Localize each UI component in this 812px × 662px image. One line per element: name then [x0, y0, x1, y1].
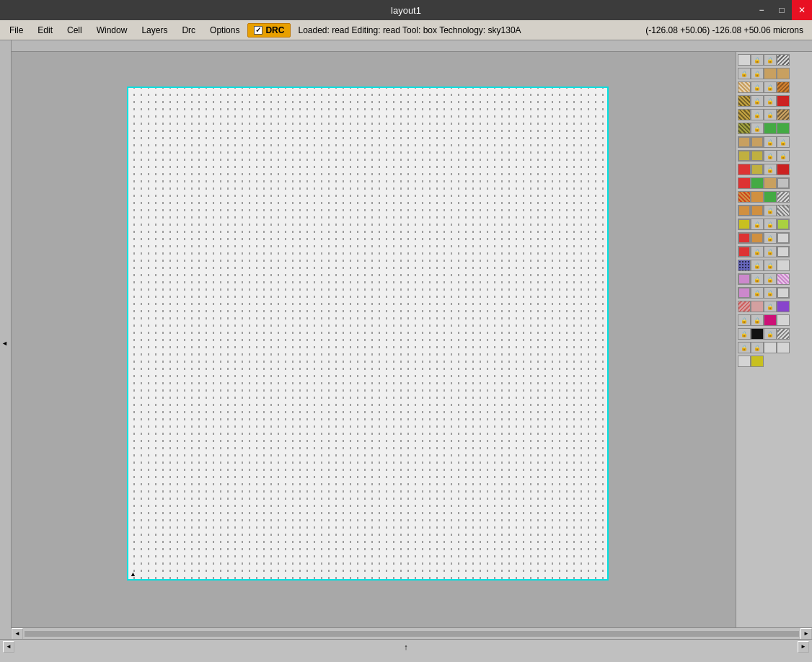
- scroll-track-h[interactable]: [25, 631, 799, 637]
- layer-swatch[interactable]: [777, 177, 790, 189]
- layer-swatch[interactable]: [777, 109, 790, 120]
- layer-swatch[interactable]: [751, 205, 764, 216]
- layer-lock[interactable]: 🔒: [764, 205, 777, 216]
- layer-swatch[interactable]: [738, 273, 751, 285]
- layer-lock[interactable]: 🔒: [751, 123, 764, 134]
- layer-lock[interactable]: 🔒: [764, 109, 777, 120]
- layer-lock[interactable]: 🔒: [764, 232, 777, 244]
- scroll-right-button[interactable]: ►: [800, 628, 812, 640]
- layer-lock[interactable]: 🔒: [751, 219, 764, 230]
- layer-swatch[interactable]: [777, 260, 790, 271]
- layer-swatch[interactable]: [764, 123, 777, 134]
- layer-swatch[interactable]: [738, 260, 751, 271]
- layer-swatch[interactable]: [764, 314, 777, 326]
- layer-swatch[interactable]: [738, 246, 751, 257]
- menu-window[interactable]: Window: [90, 22, 134, 38]
- layer-swatch[interactable]: [751, 356, 764, 367]
- layer-lock[interactable]: 🔒: [764, 301, 777, 312]
- layer-lock[interactable]: 🔒: [764, 219, 777, 230]
- layer-lock[interactable]: 🔒: [751, 109, 764, 120]
- layer-swatch[interactable]: [738, 81, 751, 93]
- layer-lock[interactable]: 🔒: [738, 328, 751, 340]
- layer-swatch[interactable]: [751, 150, 764, 162]
- drc-checkbox[interactable]: ✓: [254, 26, 262, 35]
- layer-lock[interactable]: 🔒: [764, 136, 777, 148]
- layer-lock[interactable]: 🔒: [764, 273, 777, 285]
- layout-canvas[interactable]: ▲: [127, 87, 609, 581]
- layer-swatch[interactable]: [777, 273, 790, 285]
- scroll-up-corner[interactable]: ◄: [3, 641, 14, 653]
- layer-lock[interactable]: 🔒: [777, 136, 790, 148]
- drawing-area[interactable]: ▲: [12, 52, 736, 627]
- layer-swatch[interactable]: [738, 232, 751, 244]
- layer-swatch[interactable]: [751, 232, 764, 244]
- layer-lock[interactable]: 🔒: [751, 81, 764, 93]
- layer-lock[interactable]: 🔒: [764, 328, 777, 340]
- layer-lock[interactable]: 🔒: [764, 54, 777, 66]
- layer-swatch[interactable]: [738, 136, 751, 148]
- close-button[interactable]: ✕: [792, 0, 812, 20]
- layer-lock[interactable]: 🔒: [764, 95, 777, 107]
- layer-swatch[interactable]: [777, 205, 790, 216]
- layer-lock[interactable]: 🔒: [738, 342, 751, 353]
- layer-swatch[interactable]: [738, 123, 751, 134]
- layer-lock[interactable]: 🔒: [751, 287, 764, 299]
- layer-swatch[interactable]: [777, 232, 790, 244]
- scroll-left-button[interactable]: ◄: [12, 628, 23, 640]
- layer-lock[interactable]: 🔒: [751, 246, 764, 257]
- layer-swatch[interactable]: [777, 54, 790, 66]
- layer-lock[interactable]: 🔒: [764, 150, 777, 162]
- layer-swatch[interactable]: [751, 328, 764, 340]
- layer-lock[interactable]: 🔒: [751, 342, 764, 353]
- scroll-right-corner[interactable]: ►: [798, 641, 809, 653]
- layer-lock[interactable]: 🔒: [751, 54, 764, 66]
- menu-cell[interactable]: Cell: [61, 22, 89, 38]
- layer-swatch[interactable]: [751, 301, 764, 312]
- layer-lock[interactable]: 🔒: [751, 314, 764, 326]
- layer-swatch[interactable]: [764, 68, 777, 79]
- layer-lock[interactable]: 🔒: [751, 95, 764, 107]
- minimize-button[interactable]: −: [751, 0, 772, 20]
- layer-swatch[interactable]: [738, 150, 751, 162]
- layer-swatch[interactable]: [777, 328, 790, 340]
- drc-toggle-button[interactable]: ✓ DRC: [247, 23, 291, 37]
- layer-swatch[interactable]: [751, 177, 764, 189]
- layer-swatch[interactable]: [738, 356, 751, 367]
- layer-swatch[interactable]: [738, 177, 751, 189]
- layer-swatch[interactable]: [777, 246, 790, 257]
- layer-swatch[interactable]: [738, 54, 751, 66]
- menu-file[interactable]: File: [3, 22, 30, 38]
- layer-swatch[interactable]: [777, 191, 790, 203]
- layer-swatch[interactable]: [738, 219, 751, 230]
- layer-swatch[interactable]: [777, 314, 790, 326]
- maximize-button[interactable]: □: [772, 0, 792, 20]
- layer-lock[interactable]: 🔒: [751, 68, 764, 79]
- menu-edit[interactable]: Edit: [31, 22, 59, 38]
- layer-swatch[interactable]: [751, 191, 764, 203]
- layer-lock[interactable]: 🔒: [764, 287, 777, 299]
- layer-swatch[interactable]: [751, 136, 764, 148]
- layer-swatch[interactable]: [764, 191, 777, 203]
- layer-lock[interactable]: 🔒: [751, 273, 764, 285]
- layer-lock[interactable]: 🔒: [738, 68, 751, 79]
- layer-swatch[interactable]: [738, 205, 751, 216]
- layer-lock[interactable]: 🔒: [764, 246, 777, 257]
- layer-swatch[interactable]: [738, 301, 751, 312]
- layer-swatch[interactable]: [738, 95, 751, 107]
- layer-swatch[interactable]: [751, 164, 764, 175]
- layer-swatch[interactable]: [764, 342, 777, 353]
- layer-swatch[interactable]: [777, 95, 790, 107]
- layer-swatch[interactable]: [764, 177, 777, 189]
- layer-lock[interactable]: 🔒: [764, 164, 777, 175]
- layer-lock[interactable]: 🔒: [751, 260, 764, 271]
- layer-swatch[interactable]: [777, 68, 790, 79]
- layer-swatch[interactable]: [777, 123, 790, 134]
- menu-drc[interactable]: Drc: [175, 22, 202, 38]
- layer-swatch[interactable]: [777, 164, 790, 175]
- menu-layers[interactable]: Layers: [135, 22, 174, 38]
- layer-swatch[interactable]: [738, 287, 751, 299]
- layer-swatch[interactable]: [777, 219, 790, 230]
- layer-lock[interactable]: 🔒: [764, 81, 777, 93]
- layer-swatch[interactable]: [777, 301, 790, 312]
- layer-swatch[interactable]: [738, 191, 751, 203]
